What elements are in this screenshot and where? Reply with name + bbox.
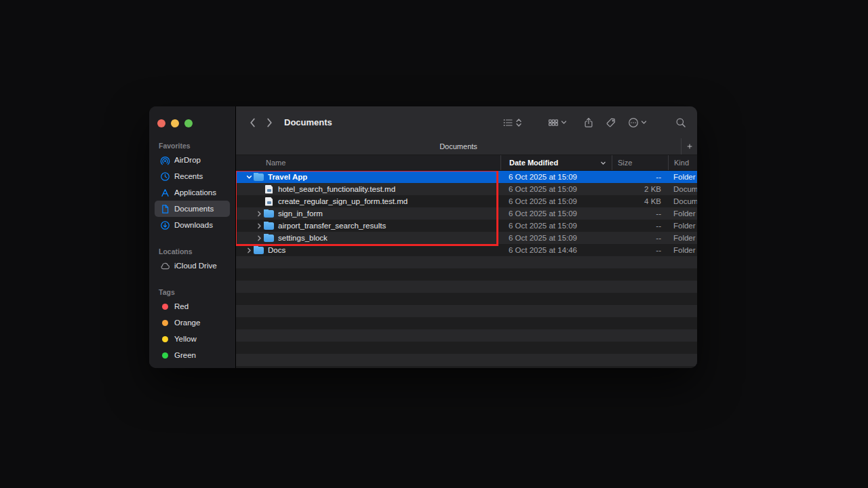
tag-dot-icon bbox=[159, 352, 171, 359]
file-size: -- bbox=[612, 222, 668, 230]
file-size: 2 KB bbox=[612, 185, 668, 193]
table-row[interactable]: Docs 6 Oct 2025 at 14:46 -- Folder bbox=[236, 244, 697, 256]
column-header-name[interactable]: Name bbox=[236, 155, 500, 170]
column-header-size[interactable]: Size bbox=[612, 155, 668, 170]
close-button[interactable] bbox=[157, 119, 165, 127]
sidebar-item-documents[interactable]: Documents bbox=[155, 201, 230, 217]
file-kind: Folder bbox=[668, 173, 697, 181]
back-button[interactable] bbox=[244, 117, 261, 128]
file-name: sign_in_form bbox=[278, 209, 323, 218]
sidebar-item-airdrop[interactable]: AirDrop bbox=[155, 152, 230, 168]
folder-icon bbox=[254, 174, 264, 181]
file-kind: Folder bbox=[668, 246, 697, 254]
sort-chevrons-icon bbox=[515, 117, 522, 128]
tab-documents[interactable]: Documents bbox=[236, 138, 682, 155]
airdrop-icon bbox=[159, 155, 171, 165]
file-list: Travel App 6 Oct 2025 at 15:09 -- Folder… bbox=[236, 171, 697, 368]
table-row[interactable]: create_regular_sign_up_form.test.md 6 Oc… bbox=[236, 195, 697, 207]
empty-row bbox=[236, 268, 697, 281]
column-header-date-modified[interactable]: Date Modified bbox=[500, 155, 612, 170]
date-modified: 6 Oct 2025 at 15:09 bbox=[500, 185, 612, 193]
sidebar-item-applications[interactable]: Applications bbox=[155, 184, 230, 201]
table-row[interactable]: settings_block 6 Oct 2025 at 15:09 -- Fo… bbox=[236, 232, 697, 244]
folder-icon bbox=[254, 247, 264, 254]
sidebar-section-label: Locations bbox=[159, 247, 226, 256]
minimize-button[interactable] bbox=[171, 119, 179, 127]
toolbar-icons bbox=[502, 117, 686, 128]
disclosure-chevron[interactable] bbox=[254, 235, 264, 241]
sidebar-section: Locations iCloud Drive bbox=[155, 247, 230, 274]
file-size: -- bbox=[612, 246, 668, 254]
search-button[interactable] bbox=[675, 117, 686, 128]
chevron-down-icon bbox=[641, 119, 647, 125]
tag-dot-icon bbox=[159, 320, 171, 326]
group-by-icon bbox=[548, 117, 559, 128]
file-kind: Document bbox=[668, 197, 697, 205]
disclosure-chevron[interactable] bbox=[254, 223, 264, 229]
sidebar-item-recents[interactable]: Recents bbox=[155, 168, 230, 184]
tag-button[interactable] bbox=[606, 117, 616, 128]
file-name: Travel App bbox=[268, 173, 307, 181]
disclosure-chevron[interactable] bbox=[254, 211, 264, 217]
column-headers: Name Date Modified Size Kind bbox=[236, 155, 697, 171]
tag-dot-icon bbox=[159, 336, 171, 342]
tag-icon bbox=[606, 117, 616, 128]
disclosure-chevron[interactable] bbox=[244, 247, 254, 253]
list-view-button[interactable] bbox=[502, 117, 522, 128]
disclosure-chevron[interactable] bbox=[244, 174, 254, 180]
more-button[interactable] bbox=[628, 117, 647, 128]
empty-row bbox=[236, 256, 697, 268]
applications-icon bbox=[159, 188, 171, 198]
file-name: settings_block bbox=[278, 234, 328, 242]
sidebar-section: Favorites AirDrop Recents Applications D… bbox=[155, 142, 230, 233]
share-button[interactable] bbox=[583, 117, 594, 128]
document-icon bbox=[159, 204, 171, 214]
sidebar-section: Tags Red Orange Yellow Green Blue bbox=[155, 288, 230, 368]
file-name: Docs bbox=[268, 246, 285, 254]
group-by-button[interactable] bbox=[548, 117, 567, 128]
sidebar-item-downloads[interactable]: Downloads bbox=[155, 217, 230, 233]
file-icon bbox=[265, 197, 273, 206]
file-size: -- bbox=[612, 209, 668, 218]
main-pane: Documents Documents Name Date Modified S… bbox=[236, 106, 697, 368]
sidebar-section-label: Favorites bbox=[159, 142, 226, 150]
sidebar-item-green[interactable]: Green bbox=[155, 347, 230, 363]
sidebar-item-orange[interactable]: Orange bbox=[155, 314, 230, 331]
date-modified: 6 Oct 2025 at 14:46 bbox=[500, 246, 612, 254]
date-modified: 6 Oct 2025 at 15:09 bbox=[500, 234, 612, 242]
forward-button[interactable] bbox=[261, 117, 278, 128]
share-icon bbox=[583, 117, 594, 128]
file-kind: Folder bbox=[668, 222, 697, 230]
chevron-right-icon bbox=[266, 117, 273, 128]
sidebar-item-yellow[interactable]: Yellow bbox=[155, 331, 230, 347]
search-icon bbox=[675, 117, 686, 128]
date-modified: 6 Oct 2025 at 15:09 bbox=[500, 222, 612, 230]
finder-window: Favorites AirDrop Recents Applications D… bbox=[149, 106, 697, 368]
empty-row bbox=[236, 329, 697, 342]
date-modified: 6 Oct 2025 at 15:09 bbox=[500, 173, 612, 181]
sort-chevron-icon bbox=[600, 160, 606, 166]
empty-row bbox=[236, 317, 697, 329]
download-icon bbox=[159, 220, 171, 230]
file-name: create_regular_sign_up_form.test.md bbox=[278, 197, 408, 205]
folder-icon bbox=[264, 235, 274, 242]
empty-row bbox=[236, 281, 697, 293]
new-tab-button[interactable] bbox=[682, 138, 697, 155]
toolbar: Documents bbox=[236, 106, 697, 138]
file-kind: Document bbox=[668, 185, 697, 193]
tab-bar: Documents bbox=[236, 138, 697, 155]
list-view-icon bbox=[502, 117, 513, 128]
sidebar-item-icloud-drive[interactable]: iCloud Drive bbox=[155, 258, 230, 274]
sidebar-item-blue[interactable]: Blue bbox=[155, 363, 230, 368]
table-row[interactable]: Travel App 6 Oct 2025 at 15:09 -- Folder bbox=[236, 171, 697, 183]
empty-row bbox=[236, 293, 697, 305]
table-row[interactable]: airport_transfer_search_results 6 Oct 20… bbox=[236, 220, 697, 232]
chevron-left-icon bbox=[249, 117, 256, 128]
date-modified: 6 Oct 2025 at 15:09 bbox=[500, 197, 612, 205]
zoom-button[interactable] bbox=[184, 119, 193, 127]
table-row[interactable]: hotel_search_functionality.test.md 6 Oct… bbox=[236, 183, 697, 195]
window-controls bbox=[155, 106, 230, 127]
table-row[interactable]: sign_in_form 6 Oct 2025 at 15:09 -- Fold… bbox=[236, 207, 697, 220]
sidebar-item-red[interactable]: Red bbox=[155, 298, 230, 314]
column-header-kind[interactable]: Kind bbox=[668, 155, 697, 170]
